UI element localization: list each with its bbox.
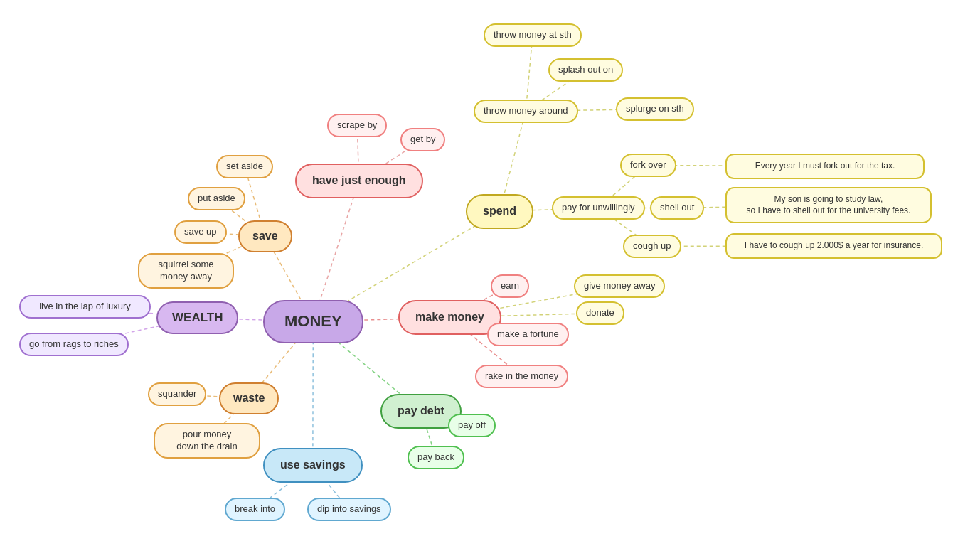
pay-back-node: pay back bbox=[408, 446, 464, 469]
set-aside-node: set aside bbox=[216, 155, 273, 178]
splurge-node: splurge on sth bbox=[616, 97, 694, 121]
wealth-node: WEALTH bbox=[156, 301, 238, 334]
use-savings-node: use savings bbox=[263, 448, 363, 483]
break-into-node: break into bbox=[225, 498, 285, 521]
pour-money-node: pour moneydown the drain bbox=[154, 423, 260, 459]
put-aside-node: put aside bbox=[188, 187, 245, 210]
money-node: MONEY bbox=[263, 300, 363, 343]
svg-line-6 bbox=[313, 321, 314, 465]
give-money-away-node: give money away bbox=[574, 274, 665, 298]
waste-node: waste bbox=[219, 382, 279, 414]
go-rags-node: go from rags to riches bbox=[19, 333, 129, 356]
shell-out-node: shell out bbox=[650, 196, 704, 220]
throw-money-around-node: throw money around bbox=[474, 100, 578, 123]
pay-off-node: pay off bbox=[448, 414, 496, 437]
save-node: save bbox=[238, 220, 292, 252]
make-money-node: make money bbox=[398, 300, 501, 335]
squirrel-node: squirrel some money away bbox=[138, 253, 234, 289]
shell-example-node: My son is going to study law,so I have t… bbox=[725, 187, 932, 223]
scrape-by-node: scrape by bbox=[327, 114, 387, 137]
have-just-enough-node: have just enough bbox=[295, 164, 423, 198]
fork-example-node: Every year I must fork out for the tax. bbox=[725, 154, 925, 179]
earn-node: earn bbox=[491, 274, 529, 298]
live-lap-node: live in the lap of luxury bbox=[19, 295, 151, 318]
cough-up-node: cough up bbox=[623, 235, 681, 258]
get-by-node: get by bbox=[400, 128, 445, 151]
donate-node: donate bbox=[576, 301, 624, 325]
save-up-node: save up bbox=[174, 220, 227, 244]
dip-into-node: dip into savings bbox=[307, 498, 391, 521]
make-fortune-node: make a fortune bbox=[487, 323, 569, 346]
splash-out-node: splash out on bbox=[548, 58, 623, 82]
cough-example-node: I have to cough up 2.000$ a year for ins… bbox=[725, 233, 942, 259]
pay-unwillingly-node: pay for unwillingly bbox=[552, 196, 645, 220]
rake-in-node: rake in the money bbox=[475, 365, 568, 388]
spend-node: spend bbox=[466, 194, 533, 229]
throw-money-at-node: throw money at sth bbox=[484, 23, 582, 47]
fork-over-node: fork over bbox=[620, 154, 676, 177]
squander-node: squander bbox=[148, 382, 206, 406]
